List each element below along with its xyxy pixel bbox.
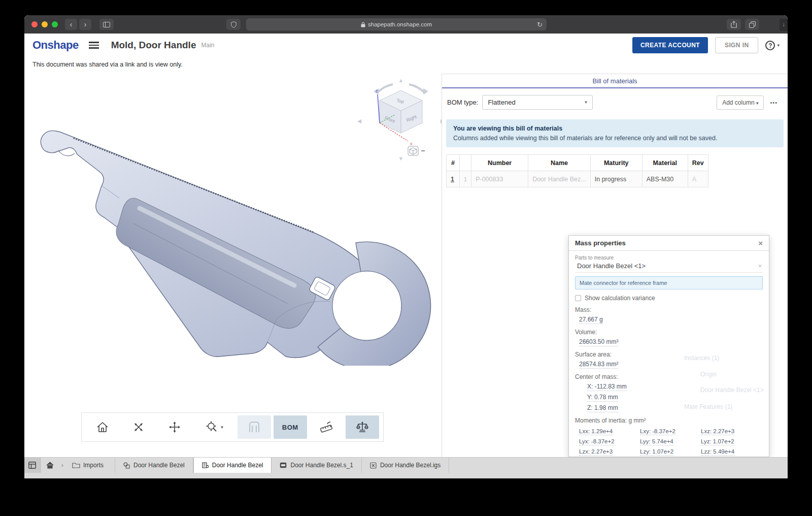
forward-button[interactable]: ›: [79, 19, 91, 30]
mass-properties-button[interactable]: [346, 415, 379, 439]
mass-value[interactable]: 27.667 g: [579, 316, 603, 324]
pan-view-button[interactable]: [158, 415, 191, 439]
nav-arrow-left[interactable]: ◀: [357, 118, 362, 124]
dialog-titlebar[interactable]: Mass properties ×: [569, 236, 769, 251]
remove-part-icon[interactable]: ×: [758, 263, 762, 270]
col-material[interactable]: Material: [642, 155, 688, 171]
bom-controls: BOM type: Flattened ▼ Add column ▾ •••: [442, 88, 788, 116]
bom-header-row: # Number Name Maturity Material Rev: [447, 155, 708, 171]
section-view-button[interactable]: [238, 415, 271, 439]
reload-button[interactable]: ↻: [537, 21, 543, 28]
tab-iges-file[interactable]: Door Handle Bezel.igs: [362, 458, 449, 473]
sidebar-icon: [103, 22, 110, 27]
add-column-button[interactable]: Add column ▾: [717, 95, 764, 110]
tab-manager-button[interactable]: [24, 458, 41, 473]
measure-button[interactable]: [310, 415, 343, 439]
row-rev[interactable]: A: [688, 171, 708, 187]
inertia-lyy[interactable]: Lyy: 5.74e+4: [640, 438, 673, 445]
section-view-icon: [247, 421, 261, 434]
inertia-lyx[interactable]: Lyx: -8.37e+2: [579, 438, 615, 445]
viewport-toolbar: ▾ BOM: [81, 412, 384, 442]
chevron-down-icon: ▾: [756, 101, 759, 106]
main-menu-button[interactable]: [89, 42, 99, 49]
create-account-button[interactable]: CREATE ACCOUNT: [632, 37, 708, 53]
tabs-icon: [749, 21, 756, 28]
view-cube-body[interactable]: Top Front Right: [380, 90, 422, 133]
surface-area-label: Surface area:: [575, 351, 763, 358]
variance-checkbox-row[interactable]: Show calculation variance: [575, 295, 763, 302]
tab-part-studio[interactable]: Door Handle Bezel: [115, 458, 193, 473]
privacy-shield-button[interactable]: [226, 19, 241, 30]
inertia-lxz[interactable]: Lxz: 2.27e+3: [701, 428, 734, 435]
row-material[interactable]: ABS-M30: [642, 171, 688, 187]
url-text: shapepath.onshape.com: [368, 21, 432, 27]
bom-toggle-button[interactable]: BOM: [274, 415, 307, 439]
volume-value[interactable]: 26603.50 mm³: [579, 338, 618, 346]
chevron-down-icon[interactable]: ▾: [221, 425, 223, 430]
inertia-lzz[interactable]: Lzz: 5.49e+4: [701, 448, 734, 456]
document-tabbar: › Imports Door Handle Bezel Door Handle …: [24, 457, 788, 478]
checkbox[interactable]: [575, 295, 581, 301]
rotate-icon: [132, 421, 145, 434]
pan-icon: [168, 421, 181, 434]
select-caret-icon: ▼: [584, 95, 588, 109]
row-name[interactable]: Door Handle Bez...: [528, 171, 591, 187]
inertia-lxx[interactable]: Lxx: 1.29e+4: [579, 428, 613, 435]
row-number[interactable]: P-000833: [471, 171, 528, 187]
com-x-value[interactable]: X: -112.83 mm: [587, 383, 627, 391]
nav-arrow-up[interactable]: ▲: [398, 77, 404, 83]
col-number[interactable]: Number: [471, 155, 528, 171]
download-indicator[interactable]: ↓: [780, 19, 788, 31]
sidebar-toggle-button[interactable]: [99, 19, 114, 30]
minimize-window-button[interactable]: [42, 21, 48, 27]
door-handle-bezel-part[interactable]: [41, 131, 430, 366]
mate-connector-field[interactable]: Mate connector for reference frame: [575, 276, 763, 289]
more-options-button[interactable]: •••: [770, 100, 777, 106]
inertia-lzx[interactable]: Lzx: 2.27e+3: [579, 448, 613, 456]
browser-chrome: ‹ › shapepath.onshape.com ↻ ↓: [24, 15, 788, 34]
chevron-down-icon: ▾: [777, 43, 780, 48]
onshape-logo[interactable]: Onshape: [32, 39, 79, 52]
named-views-button[interactable]: [408, 146, 425, 155]
tab-assembly-active[interactable]: Door Handle Bezel: [193, 458, 272, 473]
rotate-left-arrow[interactable]: [377, 84, 393, 93]
nav-arrow-down[interactable]: ▼: [398, 155, 404, 162]
col-rev[interactable]: Rev: [688, 155, 708, 171]
inertia-lxy[interactable]: Lxy: -8.37e+2: [640, 428, 675, 435]
help-menu-button[interactable]: ? ▾: [765, 41, 780, 50]
col-index[interactable]: #: [447, 155, 460, 171]
document-home-button[interactable]: [41, 458, 59, 473]
back-button[interactable]: ‹: [65, 19, 77, 30]
rotate-right-arrowhead: [423, 88, 428, 94]
inertia-lyz[interactable]: Lyz: 1.07e+2: [701, 438, 734, 445]
close-window-button[interactable]: [31, 21, 38, 27]
rotate-right-arrow[interactable]: [409, 84, 425, 93]
breadcrumb-imports[interactable]: Imports: [66, 458, 110, 473]
bom-type-select[interactable]: Flattened ▼: [482, 95, 593, 110]
table-row[interactable]: 1 1 P-000833 Door Handle Bez... In progr…: [447, 171, 708, 187]
row-index[interactable]: 1: [447, 171, 460, 187]
tab-overview-button[interactable]: [745, 19, 759, 30]
model-viewport[interactable]: [38, 127, 439, 366]
fit-view-button[interactable]: [86, 415, 119, 439]
z-axis-label: z: [376, 88, 378, 93]
zoom-window-button[interactable]: [52, 21, 58, 27]
address-bar[interactable]: shapepath.onshape.com ↻: [246, 18, 547, 30]
sign-in-button[interactable]: SIGN IN: [715, 37, 758, 53]
col-name[interactable]: Name: [528, 155, 591, 171]
rotate-view-button[interactable]: [122, 415, 155, 439]
tab-label: Door Handle Bezel: [212, 462, 263, 469]
measured-part-chip[interactable]: Door Handle Bezel <1> ×: [575, 261, 763, 273]
row-maturity[interactable]: In progress: [590, 171, 642, 187]
view-cube[interactable]: ▲ ▼ ◀ ▶ Top Front Right z x: [355, 76, 447, 163]
tab-label: Door Handle Bezel.s_1: [290, 462, 353, 469]
com-y-value[interactable]: Y: 0.78 mm: [587, 394, 618, 402]
close-icon[interactable]: ×: [758, 239, 763, 247]
inertia-lzy[interactable]: Lzy: 1.07e+2: [640, 448, 673, 456]
surface-area-value[interactable]: 28574.83 mm²: [579, 361, 618, 369]
tab-drawing[interactable]: Door Handle Bezel.s_1: [272, 458, 361, 473]
col-maturity[interactable]: Maturity: [590, 155, 642, 171]
share-button[interactable]: [727, 19, 741, 30]
com-z-value[interactable]: Z: 1.98 mm: [587, 404, 618, 412]
zoom-view-button[interactable]: ▾: [194, 415, 234, 439]
